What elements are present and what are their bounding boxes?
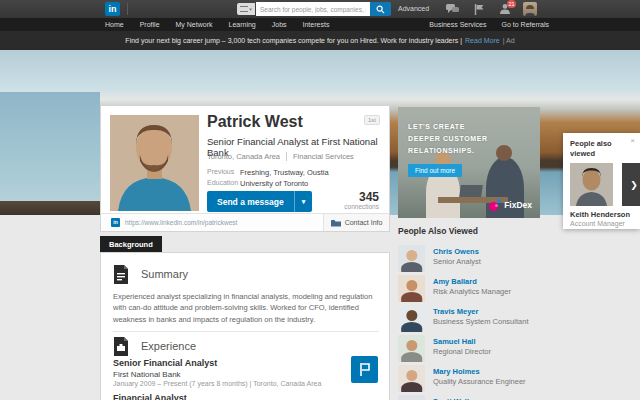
notifications-button[interactable]: [471, 2, 486, 16]
ad-cta-button[interactable]: Find out more: [408, 164, 462, 177]
banner-read-more-link[interactable]: Read More: [465, 37, 500, 44]
popup-next-button[interactable]: ❯: [622, 163, 640, 206]
divider: [127, 3, 128, 15]
hero-lake: [0, 92, 100, 215]
nav-item-interests[interactable]: Interests: [303, 21, 330, 28]
nav-left-group: Home Profile My Network Learning Jobs In…: [105, 21, 329, 28]
popup-person-photo[interactable]: [570, 163, 613, 206]
people-also-viewed-popup: People also viewed × ❯ Keith Henderson A…: [563, 133, 640, 229]
avatar: [398, 335, 425, 362]
folder-icon: [331, 219, 341, 227]
divider: [113, 331, 379, 332]
list-item[interactable]: Travis Meyer Business System Consultant: [398, 305, 540, 335]
summary-section-title: Summary: [141, 268, 188, 280]
list-item[interactable]: Chris Owens Senior Analyst: [398, 245, 540, 275]
person-name[interactable]: Chris Owens: [433, 247, 479, 256]
nav-item-learning[interactable]: Learning: [228, 21, 255, 28]
job-title[interactable]: Financial Analyst: [113, 393, 187, 400]
summary-text: Experienced analyst specializing in fina…: [113, 291, 379, 325]
person-name[interactable]: Mary Holmes: [433, 367, 480, 376]
hamburger-icon: [240, 6, 248, 12]
person-name[interactable]: Samuel Hall: [433, 337, 476, 346]
location-industry-row: Toronto, Canada Area Financial Services: [207, 152, 354, 161]
close-icon[interactable]: ×: [630, 136, 635, 145]
fixdex-logo-icon: [489, 199, 501, 211]
ad-photo-laptop: [459, 185, 483, 197]
topbar-icons: 21: [445, 2, 537, 16]
flag-logo-icon: [357, 362, 372, 377]
popup-person-name[interactable]: Keith Henderson: [570, 210, 630, 219]
nav-item-jobs[interactable]: Jobs: [272, 21, 287, 28]
job-meta: January 2009 – Present (7 years 8 months…: [113, 380, 321, 387]
ad-headline-line: DEEPER CUSTOMER: [408, 133, 488, 145]
profile-location[interactable]: Toronto, Canada Area: [207, 152, 280, 161]
person-title: Regional Director: [433, 347, 538, 356]
avatar: [398, 245, 425, 272]
job-title[interactable]: Senior Financial Analyst: [113, 358, 217, 368]
avatar: [398, 305, 425, 332]
messages-icon: [446, 4, 459, 15]
profile-card: Patrick West 1st Senior Financial Analys…: [100, 105, 390, 232]
contact-info-label: Contact Info: [345, 219, 383, 226]
previous-label: Previous: [207, 168, 240, 177]
messages-button[interactable]: [445, 2, 460, 16]
flag-icon: [474, 4, 484, 15]
person-title: Quality Assurance Engineer: [433, 377, 538, 386]
chevron-down-icon: ▾: [249, 6, 252, 12]
nav-item-my-network[interactable]: My Network: [176, 21, 213, 28]
nav-item-business-services[interactable]: Business Services: [429, 21, 486, 28]
tab-background[interactable]: Background: [100, 236, 162, 252]
promo-banner: Find your next big career jump – 3,000 t…: [0, 31, 640, 50]
nav-item-go-to-referrals[interactable]: Go to Referrals: [502, 21, 549, 28]
main-nav: Home Profile My Network Learning Jobs In…: [0, 18, 640, 31]
linkedin-logo[interactable]: in: [105, 2, 120, 16]
education-row: Education University of Toronto: [207, 179, 308, 188]
nav-item-home[interactable]: Home: [105, 21, 124, 28]
popup-title: People also viewed: [570, 139, 622, 159]
ad-headline-line: RELATIONSHIPS.: [408, 145, 488, 157]
profile-url[interactable]: https://www.linkedin.com/in/patrickwest: [125, 219, 237, 226]
people-also-viewed-section: People Also Viewed Chris Owens Senior An…: [398, 226, 540, 400]
linkedin-mini-icon: in: [111, 218, 120, 227]
send-message-label: Send a message: [207, 197, 294, 207]
send-message-button[interactable]: Send a message ▾: [207, 191, 312, 212]
person-title: Senior Analyst: [433, 257, 538, 266]
list-item[interactable]: Amy Ballard Risk Analytics Manager: [398, 275, 540, 305]
nav-item-profile[interactable]: Profile: [140, 21, 160, 28]
person-name[interactable]: Amy Ballard: [433, 277, 477, 286]
previous-companies[interactable]: Freshing, Trustway, Oustia: [240, 168, 329, 177]
list-item[interactable]: Samuel Hall Regional Director: [398, 335, 540, 365]
profile-name: Patrick West: [207, 113, 303, 131]
search-button[interactable]: [370, 2, 391, 16]
search-category-dropdown[interactable]: ▾: [237, 3, 255, 15]
avatar: [398, 395, 425, 400]
background-card: Summary Experienced analyst specializing…: [100, 252, 390, 400]
job-company[interactable]: First National Bank: [113, 370, 181, 379]
person-name[interactable]: Travis Meyer: [433, 307, 478, 316]
popup-photo-figure: [570, 163, 613, 206]
profile-photo[interactable]: [110, 115, 199, 211]
nav-right-group: Business Services Go to Referrals: [429, 21, 549, 28]
chevron-down-icon[interactable]: ▾: [294, 191, 313, 212]
ad-brand: FixDex: [489, 199, 532, 211]
search-input[interactable]: [256, 2, 370, 16]
profile-industry[interactable]: Financial Services: [286, 152, 354, 161]
avatar: [398, 275, 425, 302]
invitations-button[interactable]: 21: [497, 2, 512, 16]
people-also-viewed-title: People Also Viewed: [398, 226, 540, 236]
linkedin-profile-page: in ▾ Advanced: [0, 0, 640, 400]
contact-info-button[interactable]: Contact Info: [323, 214, 389, 231]
education-label: Education: [207, 179, 240, 188]
profile-photo-figure: [110, 115, 199, 211]
list-item[interactable]: Scott Walker: [398, 395, 540, 400]
advanced-search-link[interactable]: Advanced: [398, 5, 429, 12]
profile-url-row: in https://www.linkedin.com/in/patrickwe…: [101, 213, 389, 231]
person-title: Risk Analytics Manager: [433, 287, 538, 296]
account-avatar[interactable]: [523, 2, 537, 16]
education-school[interactable]: University of Toronto: [240, 179, 308, 188]
connections-block[interactable]: 345 connections: [344, 190, 379, 210]
summary-icon: [113, 265, 129, 284]
sidebar-ad[interactable]: LET'S CREATE DEEPER CUSTOMER RELATIONSHI…: [398, 107, 540, 218]
company-logo[interactable]: [351, 356, 378, 383]
list-item[interactable]: Mary Holmes Quality Assurance Engineer: [398, 365, 540, 395]
